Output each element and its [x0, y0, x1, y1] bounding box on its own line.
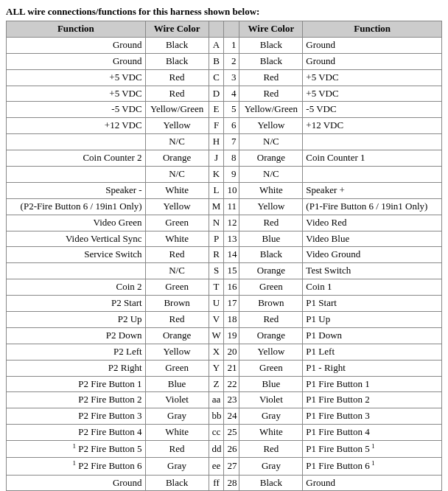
cell-color-left: Green [145, 215, 209, 231]
table-row: GroundBlackA1BlackGround [7, 37, 442, 53]
cell-function-right: Coin 1 [303, 279, 442, 296]
cell-color-left: Orange [145, 150, 209, 167]
table-row: Video Vertical SyncWhiteP13BlueVideo Blu… [7, 231, 442, 247]
cell-color-right: Red [239, 215, 303, 231]
cell-pin-number: 2 [224, 53, 239, 69]
cell-function-left: Ground [7, 475, 146, 491]
cell-color-right: Red [239, 441, 303, 458]
cell-function-left: Coin 2 [7, 279, 146, 296]
cell-color-left: Black [145, 53, 209, 69]
cell-pin-letter: V [209, 312, 224, 328]
cell-pin-letter: L [209, 182, 224, 198]
cell-function-right: (P1-Fire Button 6 / 19in1 Only) [303, 198, 442, 215]
cell-pin-letter: U [209, 296, 224, 312]
cell-pin-number: 19 [224, 327, 239, 344]
table-row: (P2-Fire Button 6 / 19in1 Only)YellowM11… [7, 198, 442, 215]
cell-function-right: Ground [303, 37, 442, 53]
cell-pin-letter: X [209, 344, 224, 360]
table-row: P2 Fire Button 4Whitecc25WhiteP1 Fire Bu… [7, 425, 442, 441]
cell-color-left: Yellow [145, 344, 209, 360]
cell-function-left: Coin Counter 2 [7, 150, 146, 167]
cell-color-right: Gray [239, 458, 303, 475]
cell-function-left: -5 VDC [7, 102, 146, 118]
cell-pin-letter: K [209, 167, 224, 183]
cell-color-right: Black [239, 53, 303, 69]
cell-color-right: Black [239, 37, 303, 53]
cell-function-left: P2 Fire Button 3 [7, 408, 146, 425]
table-row: P2 StartBrownU17BrownP1 Start [7, 296, 442, 312]
pinout-table: Function Wire Color Wire Color Function … [6, 21, 442, 491]
cell-function-right: Ground [303, 53, 442, 69]
cell-function-left: Speaker - [7, 182, 146, 198]
cell-function-left: P2 Fire Button 2 [7, 392, 146, 408]
cell-color-right: N/C [239, 167, 303, 183]
cell-pin-letter: J [209, 150, 224, 167]
cell-pin-letter: S [209, 263, 224, 279]
cell-pin-letter: ff [209, 475, 224, 491]
cell-color-left: Brown [145, 296, 209, 312]
cell-pin-letter: R [209, 247, 224, 263]
table-row: -5 VDCYellow/GreenE5Yellow/Green-5 VDC [7, 102, 442, 118]
cell-function-right: P1 Left [303, 344, 442, 360]
cell-color-left: Black [145, 37, 209, 53]
cell-color-right: White [239, 182, 303, 198]
cell-function-left: P2 Up [7, 312, 146, 328]
cell-pin-letter: ee [209, 458, 224, 475]
table-row: Speaker -WhiteL10WhiteSpeaker + [7, 182, 442, 198]
cell-function-right [303, 134, 442, 150]
table-row: +12 VDCYellowF6Yellow+12 VDC [7, 118, 442, 134]
cell-function-right: P1 Down [303, 327, 442, 344]
cell-pin-number: 24 [224, 408, 239, 425]
cell-function-right: P1 Fire Button 4 [303, 425, 442, 441]
cell-pin-letter: H [209, 134, 224, 150]
cell-pin-letter: M [209, 198, 224, 215]
cell-pin-letter: Z [209, 376, 224, 392]
cell-color-right: Orange [239, 263, 303, 279]
cell-pin-number: 9 [224, 167, 239, 183]
cell-color-right: Red [239, 312, 303, 328]
table-row: P2 LeftYellowX20YellowP1 Left [7, 344, 442, 360]
cell-function-right: Video Red [303, 215, 442, 231]
cell-color-left: N/C [145, 263, 209, 279]
cell-color-right: Yellow [239, 344, 303, 360]
table-row: N/CK9N/C [7, 167, 442, 183]
cell-color-right: Blue [239, 231, 303, 247]
cell-function-right: P1 Up [303, 312, 442, 328]
cell-pin-number: 27 [224, 458, 239, 475]
cell-pin-number: 3 [224, 69, 239, 86]
cell-pin-letter: aa [209, 392, 224, 408]
cell-color-right: Yellow/Green [239, 102, 303, 118]
cell-pin-letter: D [209, 86, 224, 102]
cell-color-left: Red [145, 86, 209, 102]
cell-color-right: Black [239, 247, 303, 263]
table-row: N/CH7N/C [7, 134, 442, 150]
cell-pin-number: 25 [224, 425, 239, 441]
cell-function-right [303, 167, 442, 183]
cell-pin-number: 8 [224, 150, 239, 167]
cell-color-right: Brown [239, 296, 303, 312]
cell-function-right: -5 VDC [303, 102, 442, 118]
table-row: P2 Fire Button 2Violetaa23VioletP1 Fire … [7, 392, 442, 408]
cell-function-left: P2 Fire Button 4 [7, 425, 146, 441]
cell-color-right: Black [239, 475, 303, 491]
cell-color-right: Orange [239, 327, 303, 344]
header-color-right: Wire Color [239, 21, 303, 38]
cell-color-right: Green [239, 279, 303, 296]
cell-function-left: +12 VDC [7, 118, 146, 134]
cell-color-right: Yellow [239, 118, 303, 134]
cell-function-right: P1 Fire Button 6 1 [303, 458, 442, 475]
cell-color-left: Violet [145, 392, 209, 408]
cell-function-left: P2 Down [7, 327, 146, 344]
table-row: 1 P2 Fire Button 5Reddd26RedP1 Fire Butt… [7, 441, 442, 458]
cell-pin-number: 12 [224, 215, 239, 231]
cell-function-right: Speaker + [303, 182, 442, 198]
cell-color-left: Red [145, 441, 209, 458]
table-row: N/CS15OrangeTest Switch [7, 263, 442, 279]
cell-color-right: Blue [239, 376, 303, 392]
header-color-left: Wire Color [145, 21, 209, 38]
cell-color-right: Green [239, 360, 303, 376]
cell-function-right: Coin Counter 1 [303, 150, 442, 167]
table-row: GroundBlackff28BlackGround [7, 475, 442, 491]
cell-color-right: Yellow [239, 198, 303, 215]
cell-color-right: Gray [239, 408, 303, 425]
